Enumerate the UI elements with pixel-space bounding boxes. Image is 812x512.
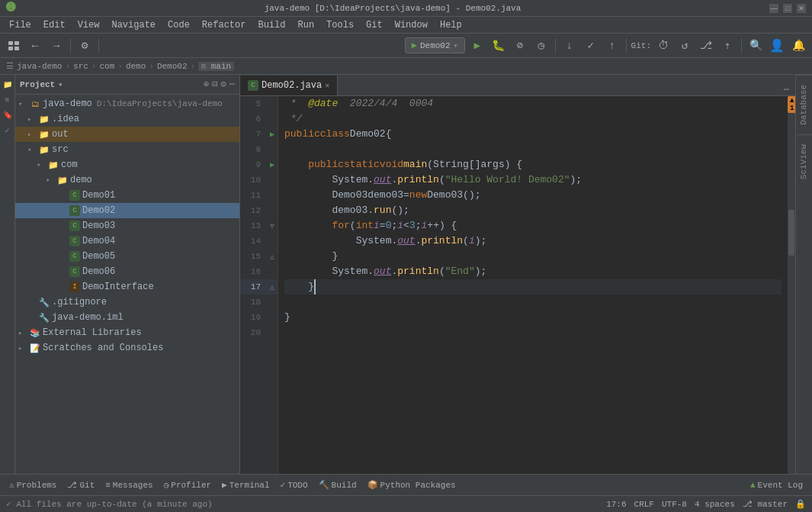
debug-button[interactable]: 🐛 <box>489 37 508 55</box>
vcs-push-btn[interactable]: ↑ <box>603 37 621 55</box>
line-num-6: 6 <box>240 114 267 124</box>
sidebar-structure-btn[interactable]: ≡ <box>1 93 14 107</box>
git-branches-btn[interactable]: ⎇ <box>697 37 715 55</box>
menu-window[interactable]: Window <box>389 17 434 33</box>
breadcrumb-com[interactable]: com <box>99 62 114 71</box>
panel-action-collapse[interactable]: ⊟ <box>212 79 217 90</box>
tree-item-gitignore[interactable]: 🔧 .gitignore <box>15 295 239 310</box>
close-button[interactable]: ✕ <box>797 4 806 13</box>
menu-edit[interactable]: Edit <box>37 17 72 33</box>
scrollbar-thumb[interactable] <box>788 210 794 256</box>
panel-action-settings[interactable]: ⚙ <box>221 79 226 90</box>
line-num-9: 9 <box>240 160 267 169</box>
tab-sciview[interactable]: SciView <box>796 134 812 188</box>
tab-close-btn[interactable]: ✕ <box>325 81 329 90</box>
bottom-profiler-btn[interactable]: ◷ Profiler <box>159 477 216 494</box>
minimize-button[interactable]: — <box>769 4 778 13</box>
menu-git[interactable]: Git <box>360 17 389 33</box>
breadcrumb-demo[interactable]: demo <box>126 62 146 71</box>
status-line-ending[interactable]: CRLF <box>634 500 654 509</box>
user-avatar[interactable]: 👤 <box>768 37 786 55</box>
tree-icon-idea: 📁 <box>38 113 50 125</box>
tab-actions[interactable]: ⋯ <box>784 84 795 95</box>
tree-item-iml[interactable]: 🔧 java-demo.iml <box>15 310 239 325</box>
run-config-selector[interactable]: ▶ Demo02 ▾ <box>405 37 465 53</box>
run-button[interactable]: ▶ <box>468 37 486 55</box>
tree-item-demo[interactable]: ▾ 📁 demo <box>15 172 239 188</box>
profile-btn[interactable]: ◷ <box>532 37 550 55</box>
project-icon-btn[interactable] <box>5 37 23 55</box>
settings-btn[interactable]: ⚙ <box>75 37 94 55</box>
menu-tools[interactable]: Tools <box>320 17 360 33</box>
gutter-fold-13[interactable]: ▽ <box>267 222 278 230</box>
tree-item-scratches[interactable]: ▸ 📝 Scratches and Consoles <box>15 340 239 356</box>
breadcrumb-method[interactable]: m main <box>198 62 234 71</box>
tab-database[interactable]: Database <box>796 75 812 134</box>
bottom-python-btn[interactable]: 📦 Python Packages <box>363 477 461 494</box>
tree-item-demo03[interactable]: C Demo03 <box>15 218 239 233</box>
code-scrollbar[interactable]: ▲ 1 <box>788 96 795 474</box>
bottom-problems-btn[interactable]: ⚠ Problems <box>5 477 61 494</box>
menu-navigate[interactable]: Navigate <box>105 17 162 33</box>
sidebar-project-btn[interactable]: 📁 <box>1 78 14 92</box>
menu-run[interactable]: Run <box>291 17 320 33</box>
breadcrumb-class[interactable]: Demo02 <box>157 62 188 71</box>
bottom-build-btn[interactable]: 🔨 Build <box>314 477 361 494</box>
maximize-button[interactable]: □ <box>783 4 792 13</box>
code-editor[interactable]: 5 6 7 ▶ 8 <box>240 96 795 474</box>
project-panel-dropdown[interactable]: ▾ <box>58 80 63 89</box>
gutter-fold-end-15[interactable]: △ <box>267 253 278 261</box>
git-revert-btn[interactable]: ↺ <box>676 37 694 55</box>
tree-item-extlibs[interactable]: ▸ 📚 External Libraries <box>15 325 239 340</box>
bottom-messages-btn[interactable]: ≡ Messages <box>101 477 157 494</box>
notifications-btn[interactable]: 🔔 <box>789 37 807 55</box>
tree-item-com[interactable]: ▾ 📁 com <box>15 157 239 172</box>
tree-item-demo01[interactable]: C Demo01 <box>15 188 239 203</box>
tree-item-idea[interactable]: ▸ 📁 .idea <box>15 111 239 127</box>
menu-file[interactable]: File <box>3 17 37 33</box>
sidebar-commit-btn[interactable]: ✓ <box>1 124 14 137</box>
vcs-update-btn[interactable]: ↓ <box>560 37 579 55</box>
menu-refactor[interactable]: Refactor <box>196 17 252 33</box>
tree-item-demointerface[interactable]: I DemoInterface <box>15 279 239 295</box>
tree-item-demo05[interactable]: C Demo05 <box>15 249 239 264</box>
gutter-run-9[interactable]: ▶ <box>267 160 278 169</box>
status-position[interactable]: 17:6 <box>606 500 626 509</box>
tree-item-src[interactable]: ▾ 📁 src <box>15 142 239 157</box>
back-btn[interactable]: ← <box>26 37 44 55</box>
gutter-run-7[interactable]: ▶ <box>267 130 278 139</box>
tree-item-demo04[interactable]: C Demo04 <box>15 233 239 249</box>
git-history-btn[interactable]: ⏱ <box>654 37 672 55</box>
panel-action-locate[interactable]: ⊕ <box>204 79 209 90</box>
bottom-terminal-btn[interactable]: ▶ Terminal <box>217 477 274 494</box>
tree-item-root[interactable]: ▾ 🗂 java-demo D:\IdeaProjects\java-demo <box>15 96 239 111</box>
vcs-commit-btn[interactable]: ✓ <box>582 37 600 55</box>
tree-item-demo02[interactable]: C Demo02 <box>15 203 239 218</box>
tab-demo02[interactable]: C Demo02.java ✕ <box>240 76 338 95</box>
forward-btn[interactable]: → <box>47 37 66 55</box>
run-with-coverage-btn[interactable]: ⊘ <box>511 37 529 55</box>
git-push2-btn[interactable]: ⇡ <box>718 37 737 55</box>
svg-rect-0 <box>8 41 13 45</box>
status-lock-icon[interactable]: 🔒 <box>795 499 806 509</box>
tab-bar: C Demo02.java ✕ ⋯ <box>240 75 795 96</box>
tree-item-demo06[interactable]: C Demo06 <box>15 264 239 279</box>
search-everywhere-btn[interactable]: 🔍 <box>746 37 765 55</box>
bottom-git-btn[interactable]: ⎇ Git <box>63 477 99 494</box>
panel-action-more[interactable]: ⋯ <box>229 79 235 90</box>
menu-build[interactable]: Build <box>252 17 291 33</box>
sidebar-bookmarks-btn[interactable]: 🔖 <box>1 108 14 122</box>
menu-view[interactable]: View <box>72 17 106 33</box>
status-indent[interactable]: 4 spaces <box>695 500 735 509</box>
status-encoding[interactable]: UTF-8 <box>662 500 687 509</box>
code-content[interactable]: * @date 2022/4/4 0004 */ public class De… <box>278 96 788 474</box>
menu-help[interactable]: Help <box>434 17 468 33</box>
status-branch[interactable]: ⎇ master <box>743 499 788 509</box>
tree-item-out[interactable]: ▸ 📁 out <box>15 127 239 142</box>
bottom-todo-btn[interactable]: ✓ TODO <box>276 477 313 494</box>
gutter-fold-17[interactable]: △ <box>267 283 278 291</box>
breadcrumb-src[interactable]: src <box>73 62 88 71</box>
event-log-btn[interactable]: ▲ Event Log <box>746 477 807 494</box>
breadcrumb-project[interactable]: java-demo <box>17 62 62 71</box>
menu-code[interactable]: Code <box>162 17 196 33</box>
